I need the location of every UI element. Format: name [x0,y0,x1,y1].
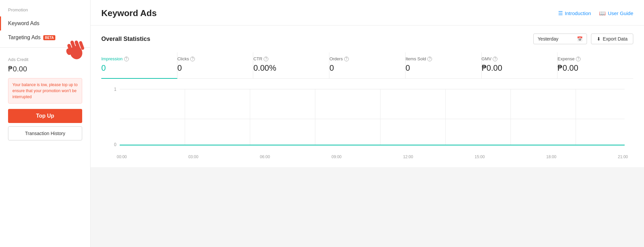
metric-gmv-label: GMV ? [482,56,552,61]
metric-orders-value: 0 [329,63,400,73]
x-label-3: 09:00 [331,155,341,159]
sidebar-divider [0,47,90,48]
book-icon: 📖 [599,10,606,16]
stats-section: Overall Statistics Yesterday 📅 ⬇ Export … [91,25,644,167]
main-header: Keyword Ads ☰ Introduction 📖 User Guide [91,0,644,25]
date-picker[interactable]: Yesterday 📅 [533,34,587,44]
stats-title: Overall Statistics [101,36,150,43]
introduction-label: Introduction [565,10,591,16]
user-guide-link[interactable]: 📖 User Guide [599,10,633,16]
metric-gmv[interactable]: GMV ? ₱0.00 [482,52,558,78]
svg-text:0: 0 [114,142,116,147]
header-links: ☰ Introduction 📖 User Guide [558,10,633,16]
clicks-info-icon: ? [190,57,195,61]
chart-area: 1 0 00:00 03:00 06:00 09:00 12:00 15:00 … [101,79,633,159]
metric-clicks-value: 0 [177,63,248,73]
chart-svg: 1 0 [107,85,628,152]
sidebar-item-label: Targeting Ads [8,35,41,41]
x-label-7: 21:00 [618,155,628,159]
introduction-link[interactable]: ☰ Introduction [558,10,591,16]
list-icon: ☰ [558,10,563,16]
stats-metrics: Impression ? 0 Clicks ? 0 CTR ? 0.00% [101,52,633,79]
chart-x-labels: 00:00 03:00 06:00 09:00 12:00 15:00 18:0… [101,152,633,159]
metric-impression[interactable]: Impression ? 0 [101,52,177,79]
page-title: Keyword Ads [101,8,157,18]
metric-clicks-label: Clicks ? [177,56,248,61]
items-sold-info-icon: ? [427,57,432,61]
expense-info-icon: ? [576,57,581,61]
metric-gmv-value: ₱0.00 [482,63,552,73]
ctr-info-icon: ? [264,57,268,61]
user-guide-label: User Guide [608,10,633,16]
export-label: Export Data [603,36,628,42]
ads-credit-label: Ads Credit [8,57,82,62]
ads-credit-section: Ads Credit ₱0.00 Your balance is low, pl… [0,50,90,147]
orders-info-icon: ? [344,57,349,61]
metric-expense-value: ₱0.00 [557,63,628,73]
metric-ctr-label: CTR ? [253,56,324,61]
metric-items-sold-value: 0 [406,63,476,73]
metric-items-sold[interactable]: Items Sold ? 0 [406,52,482,78]
x-label-6: 18:00 [546,155,556,159]
sidebar: Promotion Keyword Ads Targeting Ads BETA… [0,0,91,247]
date-filter-label: Yesterday [538,36,558,42]
main-content: Keyword Ads ☰ Introduction 📖 User Guide … [91,0,644,247]
top-up-button[interactable]: Top Up [8,109,82,123]
gmv-info-icon: ? [493,57,497,61]
svg-text:1: 1 [114,86,116,92]
stats-header: Overall Statistics Yesterday 📅 ⬇ Export … [101,34,633,44]
metric-ctr-value: 0.00% [253,63,324,73]
stats-controls: Yesterday 📅 ⬇ Export Data [533,34,633,44]
low-balance-warning: Your balance is low, please top up to en… [8,78,82,104]
export-button[interactable]: ⬇ Export Data [591,34,633,44]
calendar-icon: 📅 [577,36,583,42]
metric-expense-label: Expense ? [557,56,628,61]
x-label-4: 12:00 [403,155,413,159]
metric-orders-label: Orders ? [329,56,400,61]
metric-impression-label: Impression ? [101,56,172,61]
metric-clicks[interactable]: Clicks ? 0 [177,52,254,78]
metric-orders[interactable]: Orders ? 0 [329,52,406,78]
sidebar-section-title: Promotion [0,0,90,16]
sidebar-item-label: Keyword Ads [8,20,39,26]
x-label-1: 03:00 [188,155,198,159]
metric-impression-value: 0 [101,63,172,73]
download-icon: ⬇ [597,36,601,42]
metric-expense[interactable]: Expense ? ₱0.00 [557,52,633,78]
transaction-history-button[interactable]: Transaction History [8,126,82,140]
impression-info-icon: ? [124,57,129,61]
sidebar-item-keyword-ads[interactable]: Keyword Ads [0,16,90,30]
x-label-2: 06:00 [260,155,270,159]
x-label-5: 15:00 [475,155,485,159]
beta-badge: BETA [43,35,55,40]
sidebar-item-targeting-ads[interactable]: Targeting Ads BETA [0,30,90,45]
x-label-0: 00:00 [117,155,127,159]
metric-items-sold-label: Items Sold ? [406,56,476,61]
chart-container: 1 0 [101,85,633,152]
ads-credit-amount: ₱0.00 [8,65,82,73]
metric-ctr[interactable]: CTR ? 0.00% [253,52,329,78]
